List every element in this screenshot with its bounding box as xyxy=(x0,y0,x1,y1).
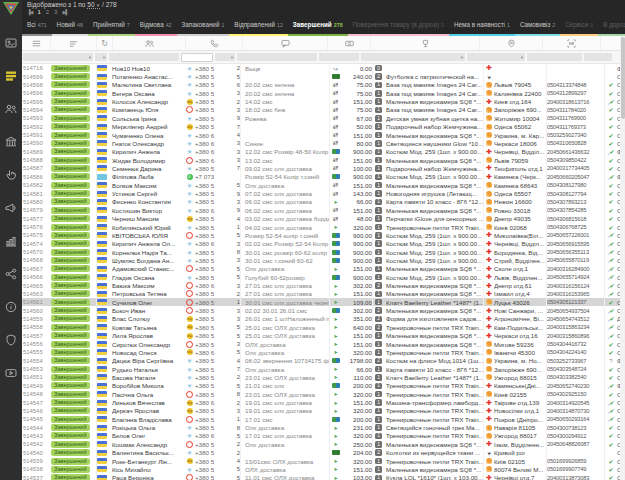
client-phone[interactable]: +380 5 xyxy=(195,407,230,415)
products-column-icon[interactable] xyxy=(371,36,480,50)
tracking-number[interactable]: 0504310650828 xyxy=(547,139,605,147)
tracking-number[interactable]: 20400317734405 xyxy=(547,164,605,172)
dashboard-icon[interactable] xyxy=(4,36,18,49)
phone-column-icon[interactable] xyxy=(186,36,243,50)
client-phone[interactable]: +380 5 xyxy=(195,106,230,114)
clients-icon[interactable] xyxy=(4,102,18,115)
client-phone[interactable]: +380 6 xyxy=(195,148,230,156)
order-id-column-icon[interactable] xyxy=(22,36,51,50)
filter-phone-input[interactable] xyxy=(181,53,213,62)
orders-icon[interactable] xyxy=(4,69,18,82)
tracking-number[interactable]: 20450652740230 xyxy=(547,382,605,390)
stats-icon[interactable] xyxy=(4,234,18,247)
filter-payment[interactable] xyxy=(319,53,359,61)
table-row[interactable]: 514556ЗавершенийСиротюк Олександр+380 53… xyxy=(22,340,625,348)
client-phone[interactable]: +380 5 xyxy=(195,332,230,340)
tracking-number[interactable]: 20450661436632 xyxy=(547,148,605,156)
tab-3[interactable]: Відмова42 xyxy=(135,19,177,36)
bank-icon[interactable] xyxy=(4,135,18,148)
client-phone[interactable]: +380 5 xyxy=(195,457,230,465)
vertical-scrollbar[interactable] xyxy=(620,36,625,480)
tracking-number[interactable]: 20400318613716 xyxy=(547,97,605,105)
table-row[interactable]: 514568ЗавершенийШумляс Богдана Ан...✳+38… xyxy=(22,256,625,264)
client-phone[interactable]: +380 6 xyxy=(195,206,230,214)
tab-8[interactable]: Нема в наявності1 xyxy=(449,19,515,36)
client-phone[interactable]: +380 5 xyxy=(195,365,230,373)
table-row[interactable]: 514575ЗавершенийКВІТОВСЬКА ЮЛІЯ+380 55Ро… xyxy=(22,231,625,239)
client-phone[interactable]: +380 5 xyxy=(195,465,230,473)
table-row[interactable]: 514546ЗавершенийДеркач Ярославліц+380 53… xyxy=(22,407,625,415)
table-row[interactable]: 514560ЗавершенийБокоч Иван+380 5302.02 3… xyxy=(22,306,625,314)
client-phone[interactable]: +380 6 xyxy=(195,432,230,440)
shield-icon[interactable] xyxy=(4,333,18,346)
table-row[interactable]: 514576ЗавершенийКобилинський Юрий✳+380 5… xyxy=(22,223,625,231)
tracking-number[interactable]: 20400316284900 xyxy=(547,265,605,273)
table-row[interactable]: 514570ЗавершенийКорнелюк Надія Та...✳+38… xyxy=(22,248,625,256)
client-phone[interactable]: +380 5 xyxy=(195,390,230,398)
tracking-number[interactable]: 20450648826087 xyxy=(547,440,605,448)
table-row[interactable]: 514598ЗавершенийМалютина Светлана✳+380 5… xyxy=(22,81,625,89)
client-phone[interactable]: +380 5 xyxy=(195,189,230,197)
client-phone[interactable]: +380 5 xyxy=(195,223,230,231)
client-phone[interactable]: +380 5 xyxy=(195,231,230,239)
app-logo-icon[interactable] xyxy=(3,2,19,16)
hand-pointer-icon[interactable] xyxy=(4,168,18,181)
tab-0[interactable]: Всі471 xyxy=(22,19,52,36)
client-phone[interactable]: +7 073 xyxy=(195,173,230,181)
tracking-number[interactable]: 20400315860896 xyxy=(547,332,605,340)
client-phone[interactable]: +380 5 xyxy=(195,123,230,131)
page-2-button[interactable]: 2 xyxy=(46,9,49,15)
table-row[interactable]: 514580ЗавершенийФесенко Константин✳+380 … xyxy=(22,198,625,206)
tracking-number[interactable]: 20450650293164 xyxy=(547,415,605,423)
table-row[interactable]: 514581ЗавершенийУстинов Сергей✳+380 5907… xyxy=(22,189,625,197)
client-phone[interactable]: +380 5 xyxy=(195,273,230,281)
tracking-number[interactable]: 0501699926859 xyxy=(547,457,605,465)
client-phone[interactable]: +380 5 xyxy=(195,72,230,80)
tab-4[interactable]: Запакований1 xyxy=(177,19,230,36)
tracking-number[interactable]: 0504306815618 xyxy=(547,214,605,222)
tracking-number[interactable]: 20450657226001 xyxy=(547,231,605,239)
tracking-number[interactable]: 20400316153965 xyxy=(547,290,605,298)
tracking-number[interactable]: 0504304224140 xyxy=(547,348,605,356)
info-icon[interactable] xyxy=(4,300,18,313)
tracking-number[interactable]: 0504308127980 xyxy=(547,181,605,189)
client-phone[interactable]: +380 6 xyxy=(195,240,230,248)
table-row[interactable]: 514538ЗавершенийКісь Михайло✳+380 55ОЛХ … xyxy=(22,465,625,473)
table-row[interactable]: 514582ЗавершенийВолков Максим✳+380 55Олх… xyxy=(22,181,625,189)
table-row[interactable]: 514540ЗавершенийВалентина Васильє...✳+38… xyxy=(22,449,625,457)
tracking-number[interactable]: 0503252733967 xyxy=(547,357,605,365)
client-phone[interactable]: +380 5 xyxy=(195,181,230,189)
tracking-number[interactable] xyxy=(547,64,605,72)
tracking-number[interactable]: 20450656915595 xyxy=(547,240,605,248)
tracking-number[interactable]: 0504308127794 xyxy=(547,189,605,197)
client-phone[interactable]: +380 5 xyxy=(195,97,230,105)
table-row[interactable]: 514588ЗавершенийЖидак Володимир+380 6313… xyxy=(22,156,625,164)
tab-9[interactable]: Самовивіз2 xyxy=(515,19,560,36)
tracking-number[interactable]: 20450655870119 xyxy=(547,256,605,264)
client-phone[interactable]: +380 5 xyxy=(195,440,230,448)
client-phone[interactable]: +380 5 xyxy=(195,198,230,206)
per-page-dropdown[interactable]: 50 ▼ xyxy=(87,1,100,9)
page-3-button[interactable]: 3 xyxy=(54,9,57,15)
table-row[interactable]: 514544ЗавершенийРокіцька Ольга✳+380 58Ол… xyxy=(22,423,625,431)
table-row[interactable]: 514561ЗавершенийСучилов Олег+380 5130.01… xyxy=(22,298,625,306)
tab-5[interactable]: Відправлений12 xyxy=(229,19,287,36)
last-page-button[interactable]: ▶▌ xyxy=(62,9,67,15)
filter-comment[interactable] xyxy=(237,53,317,61)
status-column-icon[interactable] xyxy=(51,36,97,50)
client-phone[interactable]: +380 5 xyxy=(195,415,230,423)
client-phone[interactable]: +380 5 xyxy=(195,449,230,457)
tracking-number[interactable]: 0504306768725 xyxy=(547,223,605,231)
client-phone[interactable]: +380 5 xyxy=(195,315,230,323)
tracking-number[interactable]: 20450660205047 xyxy=(547,173,605,181)
tab-11[interactable]: В дорозі додому0 xyxy=(598,19,625,36)
client-phone[interactable]: +380 5 xyxy=(195,382,230,390)
table-row[interactable]: 514595ЗавершенийКолосок Александрліц+380… xyxy=(22,97,625,105)
client-phone[interactable]: +380 5 xyxy=(195,373,230,381)
filter-id-status[interactable]: ▼ xyxy=(23,53,93,61)
table-row[interactable]: 514563ЗавершенийПетровська Тетяна+380 52… xyxy=(22,290,625,298)
tracking-number[interactable]: 0504302925150 xyxy=(547,390,605,398)
client-phone[interactable]: +380 5 xyxy=(195,290,230,298)
tracking-number[interactable]: 0504305121337 xyxy=(547,298,605,306)
table-row[interactable]: 514596ЗавершенийВегера Оксана✳+380 5320.… xyxy=(22,89,625,97)
